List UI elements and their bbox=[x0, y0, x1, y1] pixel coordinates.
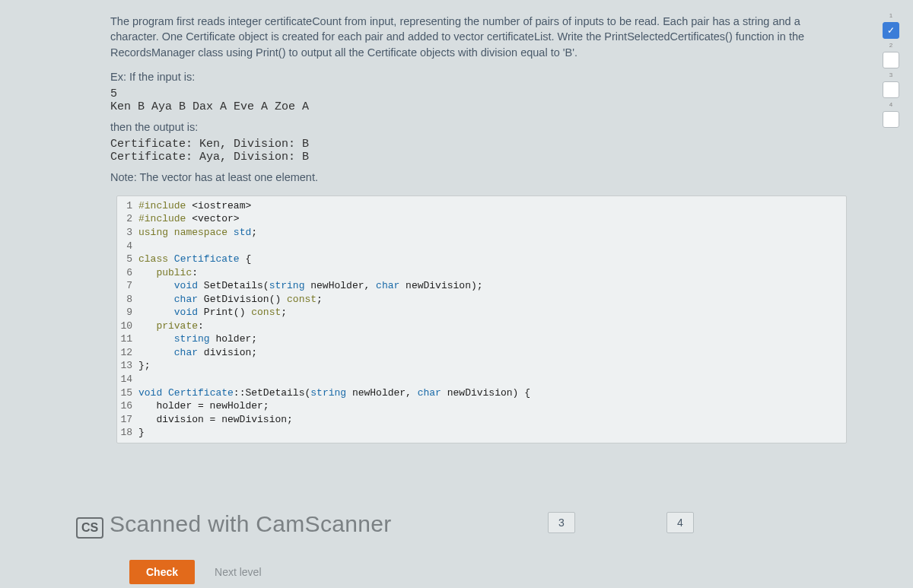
line-number: 5 bbox=[117, 253, 138, 266]
step-indicator[interactable] bbox=[883, 52, 899, 68]
step-nav-3[interactable]: 3 bbox=[548, 512, 575, 533]
code-text: division = newDivision; bbox=[138, 413, 293, 427]
code-text: string holder; bbox=[138, 332, 257, 346]
line-number: 4 bbox=[117, 240, 138, 253]
line-number: 2 bbox=[117, 212, 138, 226]
code-text: void Print() const; bbox=[138, 306, 287, 319]
line-number: 15 bbox=[117, 386, 138, 400]
line-number: 9 bbox=[117, 306, 138, 319]
code-line[interactable]: 11 string holder; bbox=[117, 332, 846, 346]
step-number-label: 2 bbox=[889, 42, 892, 49]
line-number: 10 bbox=[117, 319, 138, 333]
line-number: 16 bbox=[117, 399, 138, 413]
code-text: void Certificate::SetDetails(string newH… bbox=[138, 386, 530, 400]
line-number: 11 bbox=[117, 332, 138, 346]
problem-panel: The program first reads integer certific… bbox=[110, 14, 848, 443]
line-number: 13 bbox=[117, 359, 138, 373]
code-text: } bbox=[138, 426, 145, 440]
code-text: char GetDivision() const; bbox=[138, 293, 323, 307]
code-line[interactable]: 13}; bbox=[117, 359, 846, 373]
code-line[interactable]: 6 public: bbox=[117, 266, 846, 280]
line-number: 7 bbox=[117, 279, 138, 293]
code-text: class Certificate { bbox=[138, 253, 251, 266]
check-button[interactable]: Check bbox=[129, 560, 195, 584]
code-text: }; bbox=[138, 359, 151, 373]
code-text: void SetDetails(string newHolder, char n… bbox=[138, 279, 483, 293]
line-number: 12 bbox=[117, 346, 138, 360]
camscanner-badge: CS bbox=[76, 517, 103, 539]
example-output: Certificate: Ken, Division: B Certificat… bbox=[110, 138, 848, 164]
code-text: #include <vector> bbox=[138, 212, 240, 226]
problem-description: The program first reads integer certific… bbox=[110, 14, 848, 60]
step-number-label: 1 bbox=[889, 12, 892, 19]
code-line[interactable]: 14 bbox=[117, 373, 846, 386]
code-editor[interactable]: 1#include <iostream>2#include <vector>3u… bbox=[116, 195, 847, 443]
code-line[interactable]: 3using namespace std; bbox=[117, 226, 846, 240]
line-number: 1 bbox=[117, 199, 138, 213]
code-text: public: bbox=[138, 266, 198, 280]
action-bar: Check Next level bbox=[129, 560, 262, 584]
code-text: holder = newHolder; bbox=[138, 399, 269, 413]
code-text: char division; bbox=[138, 346, 257, 360]
code-text: using namespace std; bbox=[138, 226, 257, 240]
code-text: #include <iostream> bbox=[138, 199, 251, 213]
code-line[interactable]: 16 holder = newHolder; bbox=[117, 399, 846, 413]
code-line[interactable]: 4 bbox=[117, 240, 846, 253]
example-input-label: Ex: If the input is: bbox=[110, 71, 848, 83]
step-indicator[interactable] bbox=[883, 81, 899, 98]
code-line[interactable]: 1#include <iostream> bbox=[117, 199, 846, 213]
step-indicator[interactable] bbox=[883, 111, 899, 128]
code-text: private: bbox=[138, 319, 204, 333]
line-number: 3 bbox=[117, 226, 138, 240]
check-icon: ✓ bbox=[887, 25, 895, 36]
step-number-label: 4 bbox=[889, 101, 892, 108]
line-number: 18 bbox=[117, 426, 138, 440]
code-line[interactable]: 5class Certificate { bbox=[117, 253, 846, 266]
camscanner-text: Scanned with CamScanner bbox=[110, 511, 391, 537]
code-line[interactable]: 18} bbox=[117, 426, 846, 440]
code-line[interactable]: 15void Certificate::SetDetails(string ne… bbox=[117, 386, 846, 400]
scanner-watermark: CS Scanned with CamScanner bbox=[76, 511, 391, 539]
code-line[interactable]: 17 division = newDivision; bbox=[117, 413, 846, 427]
code-line[interactable]: 9 void Print() const; bbox=[117, 306, 846, 319]
step-indicator[interactable]: ✓ bbox=[883, 22, 899, 39]
line-number: 17 bbox=[117, 413, 138, 427]
code-line[interactable]: 12 char division; bbox=[117, 346, 846, 360]
code-line[interactable]: 8 char GetDivision() const; bbox=[117, 293, 846, 307]
code-line[interactable]: 2#include <vector> bbox=[117, 212, 846, 226]
example-input: 5 Ken B Aya B Dax A Eve A Zoe A bbox=[110, 87, 848, 113]
code-line[interactable]: 10 private: bbox=[117, 319, 846, 333]
line-number: 14 bbox=[117, 373, 138, 386]
line-number: 6 bbox=[117, 266, 138, 280]
step-rail: 1✓234 bbox=[880, 12, 902, 128]
step-nav-4[interactable]: 4 bbox=[666, 512, 694, 533]
code-line[interactable]: 7 void SetDetails(string newHolder, char… bbox=[117, 279, 846, 293]
step-number-label: 3 bbox=[889, 72, 892, 78]
next-level-button[interactable]: Next level bbox=[215, 566, 261, 578]
then-output-label: then the output is: bbox=[110, 121, 848, 133]
line-number: 8 bbox=[117, 293, 138, 307]
problem-note: Note: The vector has at least one elemen… bbox=[110, 171, 848, 183]
step-nav-buttons: 3 4 bbox=[548, 512, 694, 533]
